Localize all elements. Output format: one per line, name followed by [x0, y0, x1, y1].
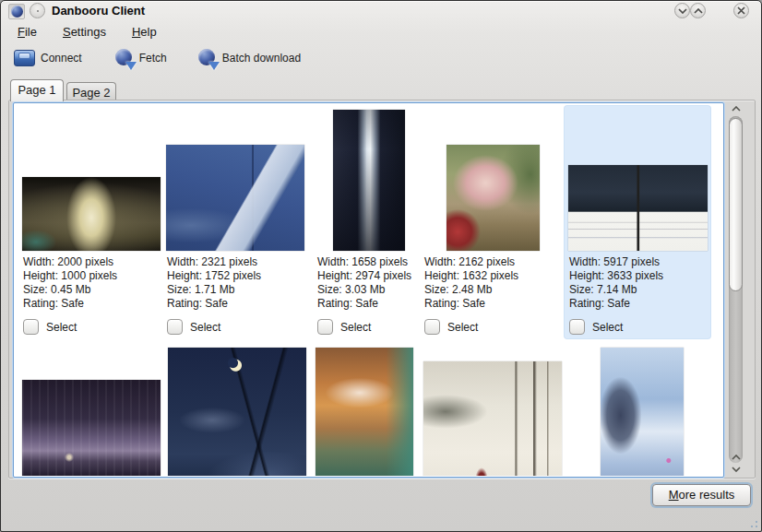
connect-label: Connect: [41, 52, 82, 65]
post-thumbnail[interactable]: [22, 380, 161, 476]
post-rating: Rating: Safe: [424, 297, 562, 311]
select-checkbox[interactable]: [317, 319, 333, 335]
post-cell-highlighted[interactable]: Width: 5917 pixels Height: 3633 pixels S…: [565, 106, 710, 338]
post-meta: Width: 2162 pixels Height: 1632 pixels S…: [423, 255, 562, 311]
post-width: Width: 2000 pixels: [23, 255, 161, 269]
post-height: Height: 3633 pixels: [569, 269, 710, 283]
select-label: Select: [190, 321, 220, 334]
post-thumbnail[interactable]: [568, 165, 708, 251]
maximize-button[interactable]: [690, 3, 706, 18]
tab-page-1[interactable]: Page 1: [10, 79, 64, 101]
batch-download-icon: [198, 49, 217, 67]
post-thumbnail[interactable]: [166, 145, 304, 251]
post-thumbnail[interactable]: [423, 361, 562, 476]
chevron-down-icon: [732, 467, 741, 472]
post-thumbnail[interactable]: [601, 348, 684, 476]
chevron-up-icon: [732, 106, 741, 112]
close-button[interactable]: [733, 3, 749, 18]
select-checkbox[interactable]: [424, 319, 440, 335]
post-thumbnail[interactable]: [22, 177, 161, 251]
post-width: Width: 5917 pixels: [569, 255, 710, 269]
post-height: Height: 1632 pixels: [424, 269, 562, 283]
post-meta: Width: 2000 pixels Height: 1000 pixels S…: [22, 255, 161, 311]
results-viewport: Width: 2000 pixels Height: 1000 pixels S…: [15, 104, 722, 476]
connect-button[interactable]: Connect: [10, 48, 86, 68]
minimize-button[interactable]: [674, 3, 690, 18]
batch-download-button[interactable]: Batch download: [195, 47, 304, 69]
post-height: Height: 1752 pixels: [167, 269, 304, 283]
window-menu-button[interactable]: [8, 4, 25, 19]
fetch-button[interactable]: Fetch: [112, 47, 171, 69]
post-height: Height: 2974 pixels: [317, 269, 421, 283]
fetch-download-icon: [115, 49, 134, 67]
select-label: Select: [592, 321, 623, 334]
post-meta: Width: 2321 pixels Height: 1752 pixels S…: [166, 255, 304, 311]
chevron-up-icon: [732, 455, 741, 460]
fetch-label: Fetch: [139, 52, 167, 65]
scroll-up-button[interactable]: [730, 103, 743, 114]
close-icon: [737, 6, 745, 15]
select-checkbox[interactable]: [569, 319, 585, 335]
post-height: Height: 1000 pixels: [23, 269, 161, 283]
select-checkbox[interactable]: [23, 319, 39, 335]
menu-help[interactable]: Help: [123, 23, 166, 42]
chevron-up-icon: [694, 8, 703, 14]
post-rating: Rating: Safe: [167, 297, 304, 311]
menu-settings[interactable]: Settings: [54, 23, 115, 42]
tab-pane: Width: 2000 pixels Height: 1000 pixels S…: [8, 100, 756, 479]
more-results-button[interactable]: More results: [652, 484, 751, 506]
post-thumbnail[interactable]: [168, 348, 306, 476]
toolbar: Connect Fetch Batch download: [1, 45, 304, 71]
scrollbar-thumb[interactable]: [729, 118, 743, 291]
post-meta: Width: 1658 pixels Height: 2974 pixels S…: [316, 255, 421, 311]
select-checkbox[interactable]: [167, 319, 183, 335]
post-size: Size: 1.71 Mb: [167, 283, 304, 297]
post-size: Size: 3.03 Mb: [317, 283, 421, 297]
post-width: Width: 2321 pixels: [167, 255, 304, 269]
post-thumbnail[interactable]: [446, 145, 540, 251]
menu-file[interactable]: File: [8, 23, 46, 42]
post-rating: Rating: Safe: [23, 297, 161, 311]
chevron-down-icon: [678, 8, 687, 14]
scroll-down-button[interactable]: [730, 464, 743, 475]
post-size: Size: 7.14 Mb: [569, 283, 710, 297]
pin-button[interactable]: [30, 3, 45, 18]
select-label: Select: [340, 321, 371, 334]
scroll-up-button-bottom[interactable]: [730, 452, 743, 463]
post-rating: Rating: Safe: [569, 297, 710, 311]
post-cell[interactable]: Width: 2162 pixels Height: 1632 pixels S…: [423, 106, 562, 338]
menubar: File Settings Help: [1, 23, 166, 42]
post-size: Size: 2.48 Mb: [424, 283, 562, 297]
post-rating: Rating: Safe: [317, 297, 421, 311]
window-title: Danbooru Client: [52, 4, 145, 18]
tab-bar: Page 1 Page 2: [1, 79, 761, 100]
resize-grip[interactable]: [748, 518, 757, 527]
select-label: Select: [46, 321, 77, 334]
post-size: Size: 0.45 Mb: [23, 283, 161, 297]
titlebar[interactable]: Danbooru Client: [1, 1, 761, 21]
post-thumbnail[interactable]: [316, 348, 413, 476]
post-width: Width: 1658 pixels: [317, 255, 421, 269]
app-globe-icon: [11, 6, 23, 18]
batch-download-label: Batch download: [222, 52, 301, 65]
app-window: Danbooru Client File Settings Help Conne…: [0, 0, 762, 532]
post-cell[interactable]: Width: 2321 pixels Height: 1752 pixels S…: [166, 106, 304, 338]
tab-page-2[interactable]: Page 2: [66, 82, 116, 101]
connect-icon: [14, 50, 35, 66]
vertical-scrollbar[interactable]: [727, 103, 745, 477]
post-meta: Width: 5917 pixels Height: 3633 pixels S…: [565, 255, 710, 311]
results-scroll-area: Width: 2000 pixels Height: 1000 pixels S…: [13, 102, 724, 478]
post-cell[interactable]: Width: 2000 pixels Height: 1000 pixels S…: [22, 106, 161, 338]
post-cell[interactable]: Width: 1658 pixels Height: 2974 pixels S…: [316, 106, 421, 338]
select-label: Select: [447, 321, 478, 334]
post-thumbnail[interactable]: [333, 110, 405, 251]
post-width: Width: 2162 pixels: [424, 255, 562, 269]
